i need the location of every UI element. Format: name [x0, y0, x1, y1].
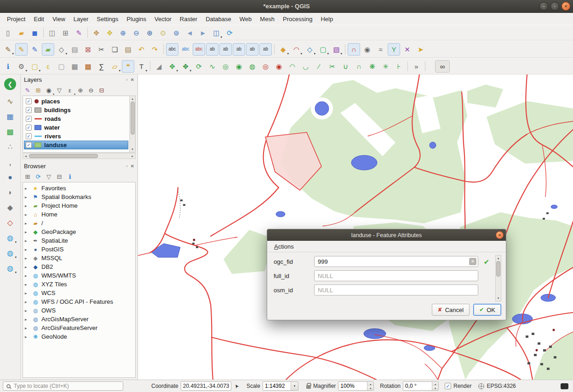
browser-item-db2[interactable]: ▸◆DB2	[24, 262, 134, 271]
save-project-icon[interactable]: ◼	[29, 27, 41, 39]
scroll-down-icon[interactable]: ▾	[496, 295, 501, 301]
measure-icon[interactable]: ▱▾	[109, 60, 121, 73]
add-point-cloud-layer-icon[interactable]: ∴	[4, 141, 17, 153]
browser-item-project-home[interactable]: ▸▰Project Home	[24, 201, 134, 210]
add-spatialite-layer-icon[interactable]: ◗	[4, 187, 17, 199]
expand-chevron-icon[interactable]: ▸	[25, 256, 29, 261]
zoom-out-icon[interactable]: ⊖	[130, 27, 143, 39]
digitize-shape-icon[interactable]: ◉	[361, 43, 373, 56]
expand-chevron-icon[interactable]: ▸	[25, 239, 29, 243]
browser-item-geopackage[interactable]: ▸◆GeoPackage	[24, 227, 134, 236]
trim-extend-icon[interactable]: ⊦	[393, 60, 405, 73]
layers-panel-close-icon[interactable]: ✕	[131, 77, 134, 82]
add-shape-icon[interactable]: ▢▾	[317, 43, 329, 56]
add-selected-layers-icon[interactable]: ⊞	[23, 172, 32, 181]
field-input-ogc_fid[interactable]	[314, 256, 478, 267]
open-attribute-table-icon[interactable]: ▦	[69, 60, 81, 73]
layer-item-places[interactable]: ✓places	[24, 97, 128, 106]
zoom-to-selection-icon[interactable]: ⊙	[157, 27, 169, 39]
save-layer-edits-icon[interactable]: ✎	[29, 43, 41, 56]
delete-part-icon[interactable]: ◉	[273, 60, 285, 73]
coordinate-input[interactable]	[181, 381, 231, 391]
cancel-button[interactable]: ✘Cancel	[432, 304, 470, 316]
menu-plugins[interactable]: Plugins	[122, 14, 150, 24]
browser-item-wfs-ogc-api-features[interactable]: ▸◍WFS / OGC API - Features	[24, 297, 134, 306]
expand-chevron-icon[interactable]: ▸	[25, 195, 29, 199]
crs-globe-icon[interactable]	[478, 383, 484, 389]
layout-manager-icon[interactable]: ⊞	[59, 27, 72, 39]
add-postgis-layer-icon[interactable]: ●	[4, 171, 17, 183]
expand-chevron-icon[interactable]: ▸	[25, 230, 29, 234]
split-parts-icon[interactable]: ∕	[313, 60, 325, 73]
move-label-icon[interactable]: ab	[206, 43, 218, 56]
scroll-up-icon[interactable]: ▴	[130, 96, 135, 102]
new-print-layout-icon[interactable]: ◫	[46, 27, 58, 39]
filter-legend-icon[interactable]: ▽	[55, 85, 64, 95]
spinbox-arrows[interactable]: ▴▾	[367, 382, 373, 390]
dialog-close-button[interactable]: ✕	[496, 231, 504, 239]
merge-features-icon[interactable]: ∪	[339, 60, 352, 73]
layer-checkbox[interactable]: ✓	[26, 107, 32, 113]
enable-tracing-icon[interactable]: Y	[388, 43, 400, 56]
advanced-digitizing-panel-icon[interactable]: ◢	[153, 60, 165, 73]
pan-to-selection-icon[interactable]: ✥	[103, 27, 116, 39]
run-feature-action-icon[interactable]: ⚙▾	[15, 60, 28, 73]
rubber-band-icon[interactable]: ➤	[414, 43, 427, 56]
minimize-button[interactable]: –	[539, 2, 548, 11]
identify-features-icon[interactable]: ℹ	[2, 60, 14, 73]
cut-features-icon[interactable]: ✂	[95, 43, 108, 56]
browser-item-arcgisfeatureserver[interactable]: ▸◍ArcGisFeatureServer	[24, 324, 134, 332]
layers-vertical-scrollbar[interactable]: ▴ ▾	[129, 96, 135, 152]
crs-label[interactable]: EPSG:4326	[487, 383, 516, 389]
actions-menu[interactable]: Actions	[271, 242, 297, 251]
layer-item-rivers[interactable]: ✓rivers	[24, 132, 128, 141]
copy-features-icon[interactable]: ❏	[109, 43, 121, 56]
layer-item-landuse[interactable]: ✓landuse	[24, 141, 128, 149]
select-features-icon[interactable]: ▢▾	[29, 60, 41, 73]
filter-by-expression-icon[interactable]: ε▾	[65, 85, 74, 95]
copy-move-feature-icon[interactable]: ✥▾	[179, 60, 192, 73]
browser-item-favorites[interactable]: ▸★Favorites	[24, 184, 134, 193]
layer-checkbox[interactable]: ✓	[26, 142, 32, 148]
layers-panel-float-icon[interactable]: ▫	[126, 77, 128, 82]
menu-web[interactable]: Web	[235, 14, 256, 24]
magnifier-input[interactable]	[338, 382, 367, 390]
map-canvas[interactable]	[138, 74, 573, 380]
dialog-titlebar[interactable]: landuse - Feature Attributes ✕	[267, 229, 506, 241]
add-wfs-layer-icon[interactable]: ◍▾	[4, 247, 17, 259]
expand-chevron-icon[interactable]: ▸	[25, 335, 29, 339]
expand-chevron-icon[interactable]: ▸	[25, 247, 29, 252]
menu-project[interactable]: Project	[3, 14, 29, 24]
locator-search[interactable]: Type to locate (Ctrl+K)	[3, 381, 123, 391]
scale-combobox[interactable]: ▾	[263, 381, 298, 391]
render-checkbox[interactable]: ✓	[445, 383, 451, 389]
lock-scale-icon[interactable]	[306, 385, 311, 389]
menu-view[interactable]: View	[48, 14, 69, 24]
diagram-options-icon[interactable]: ◆▾	[277, 43, 289, 56]
manage-map-themes-icon[interactable]: ◉▾	[44, 85, 53, 95]
browser-item-ows[interactable]: ▸◍OWS	[24, 306, 134, 315]
zoom-next-icon[interactable]: ►	[197, 27, 209, 39]
add-raster-layer-icon[interactable]: ▦	[4, 111, 17, 123]
vertex-tool-icon[interactable]: ◇▾	[55, 43, 68, 56]
browser-item-geonode[interactable]: ▸❋GeoNode	[24, 332, 134, 341]
stream-digitizing-icon[interactable]: ≈	[374, 43, 387, 56]
layer-item-buildings[interactable]: ✓buildings	[24, 106, 128, 114]
scale-dropdown-icon[interactable]: ▾	[291, 382, 298, 390]
deselect-features-icon[interactable]: ▢	[55, 60, 68, 73]
edit-shape-icon[interactable]: ▧▾	[330, 43, 343, 56]
simplify-feature-icon[interactable]: ∿	[206, 60, 218, 73]
expand-chevron-icon[interactable]: ▸	[25, 317, 29, 322]
pan-map-icon[interactable]: ✥	[90, 27, 103, 39]
spin-down-icon[interactable]: ▾	[432, 386, 438, 390]
scroll-down-icon[interactable]: ▾	[130, 147, 135, 152]
field-input-osm_id[interactable]	[314, 284, 478, 295]
remove-layer-icon[interactable]: ⊟	[97, 85, 106, 95]
reshape-features-icon[interactable]: ◡	[299, 60, 312, 73]
add-arcgis-layer-icon[interactable]: ◍▾	[4, 262, 17, 274]
menu-vector[interactable]: Vector	[150, 14, 176, 24]
menu-layer[interactable]: Layer	[69, 14, 93, 24]
show-hide-labels-icon[interactable]: ab	[259, 43, 272, 56]
add-vector-layer-icon[interactable]: ∿	[4, 96, 17, 108]
redo-icon[interactable]: ↷	[149, 43, 161, 56]
